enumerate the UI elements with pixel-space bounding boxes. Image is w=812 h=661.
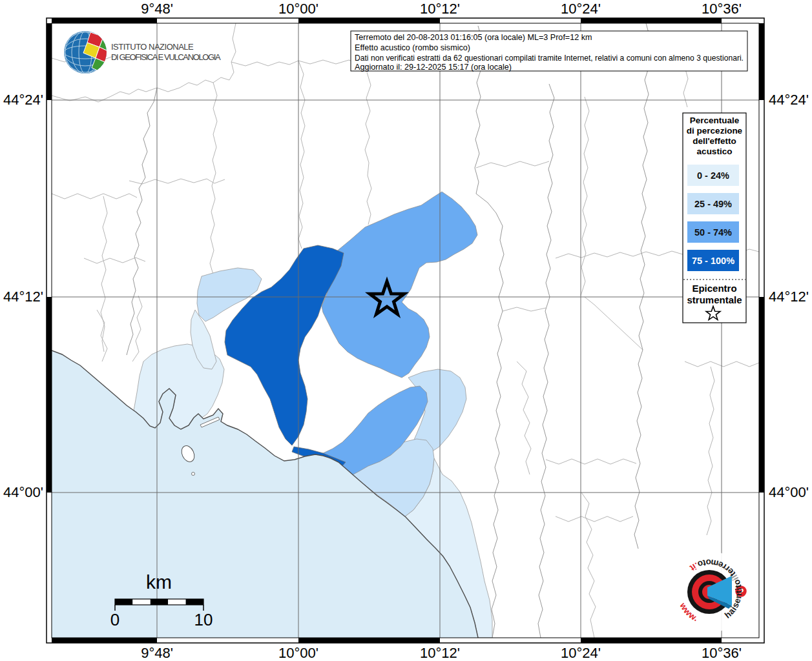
axis-labels-right: 44°24' 44°12' 44°00' — [769, 92, 809, 500]
axis-labels-left: 44°24' 44°12' 44°00' — [3, 92, 43, 500]
axis-labels-bottom: 9°48' 10°00' 10°12' 10°24' 10°36' — [141, 645, 742, 661]
axis-label: 9°48' — [141, 645, 173, 661]
axis-label: 44°00' — [769, 484, 809, 500]
axis-label: 10°24' — [561, 1, 601, 17]
axis-label: 10°36' — [702, 1, 742, 17]
ingv-name-line2: DI GEOFISICA E VULCANOLOGIA — [111, 52, 221, 62]
axis-label: 10°24' — [561, 645, 601, 661]
axis-label: 44°24' — [3, 92, 43, 108]
axis-labels-top: 9°48' 10°00' 10°12' 10°24' 10°36' — [141, 1, 742, 17]
scale-bar-end: 10 — [194, 610, 213, 629]
info-line-updated: Aggiornato il: 29-12-2025 15:17 (ora loc… — [355, 63, 512, 72]
legend-label-25-49: 25 - 49% — [694, 199, 732, 209]
info-line-effect: Effetto acustico (rombo sismico) — [355, 43, 470, 52]
axis-label: 44°12' — [769, 289, 809, 305]
legend-label-75-100: 75 - 100% — [692, 256, 734, 266]
axis-label: 10°36' — [702, 645, 742, 661]
axis-label: 44°00' — [3, 484, 43, 500]
legend-label-50-74: 50 - 74% — [694, 227, 732, 238]
axis-label: 44°24' — [769, 92, 809, 108]
legend-title-line: acustico — [697, 147, 733, 156]
legend-title-line: dell'effetto — [692, 136, 736, 146]
ingv-name-line1: ISTITUTO NAZIONALE — [111, 42, 194, 52]
legend: Percentuale di percezione dell'effetto a… — [683, 113, 746, 323]
map-canvas: 9°48' 10°00' 10°12' 10°24' 10°36' 9°48' … — [0, 0, 812, 661]
axis-label: 10°12' — [420, 1, 460, 17]
axis-label: 10°12' — [420, 645, 460, 661]
scale-bar-unit: km — [146, 571, 172, 593]
tino-island — [192, 473, 195, 476]
legend-label-0-24: 0 - 24% — [697, 170, 729, 181]
map-interior — [52, 23, 759, 638]
legend-epicenter-line2: strumentale — [687, 294, 742, 305]
legend-title-line: Percentuale — [690, 116, 740, 125]
haisentito-earthquake-map-page: 9°48' 10°00' 10°12' 10°24' 10°36' 9°48' … — [0, 0, 812, 661]
axis-label: 10°00' — [278, 1, 318, 17]
earthquake-info-box: Terremoto del 20-08-2013 01:16:05 (ora l… — [351, 31, 747, 72]
legend-epicenter-line1: Epicentro — [692, 283, 736, 294]
scale-bar-start: 0 — [110, 610, 120, 629]
axis-label: 10°00' — [278, 645, 318, 661]
axis-label: 44°12' — [3, 289, 43, 305]
info-line-event: Terremoto del 20-08-2013 01:16:05 (ora l… — [355, 33, 592, 42]
haisentito-watermark-logo: ? haisentitoilterremoto.it www. — [669, 551, 750, 633]
legend-title-line: di percezione — [687, 126, 743, 136]
axis-label: 9°48' — [141, 1, 173, 17]
info-line-data-source: Dati non verificati estratti da 62 quest… — [355, 54, 744, 63]
